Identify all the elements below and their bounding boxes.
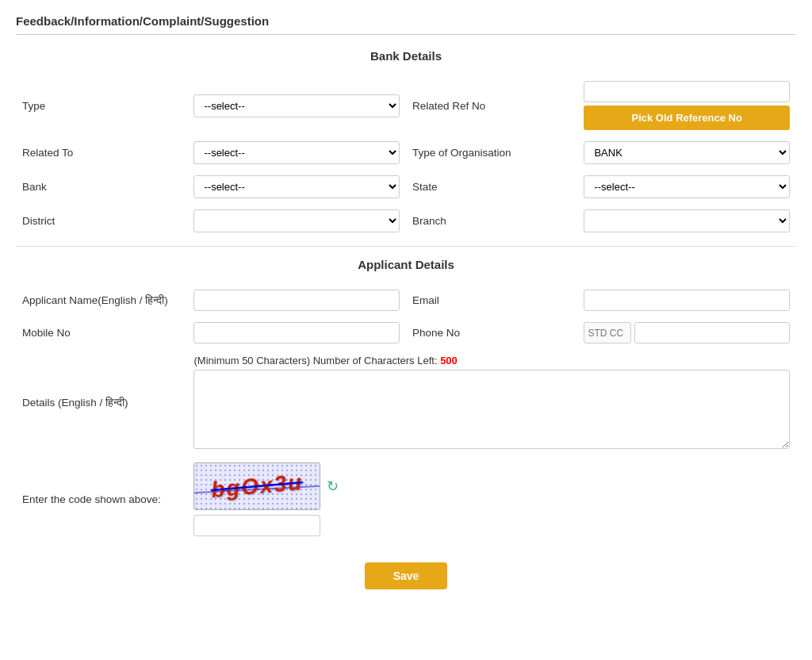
bank-details-table: Type --select-- Related Ref No Pick Old … — [16, 75, 796, 238]
type-org-cell: BANK — [577, 136, 796, 170]
bank-select[interactable]: --select-- — [193, 175, 400, 198]
related-to-cell: --select-- — [187, 136, 406, 170]
email-label: Email — [406, 284, 577, 317]
applicant-details-header: Applicant Details — [16, 251, 796, 278]
pick-old-ref-button[interactable]: Pick Old Reference No — [584, 106, 790, 130]
type-select[interactable]: --select-- — [193, 94, 400, 117]
branch-select[interactable] — [584, 209, 790, 232]
district-label: District — [16, 204, 187, 238]
applicant-details-section: Applicant Details Applicant Name(English… — [16, 251, 796, 542]
captcha-label: Enter the code shown above: — [16, 457, 187, 542]
related-ref-cell: Pick Old Reference No — [577, 75, 796, 136]
phone-cell — [577, 317, 796, 349]
captcha-row: Enter the code shown above: bgOx3u ↻ — [16, 457, 796, 542]
applicant-name-label: Applicant Name(English / हिन्दी) — [16, 284, 187, 317]
std-input[interactable] — [584, 322, 631, 343]
type-org-select[interactable]: BANK — [584, 141, 790, 164]
table-row: Applicant Name(English / हिन्दी) Email — [16, 284, 796, 317]
type-label: Type — [16, 75, 187, 136]
email-input[interactable] — [584, 290, 790, 311]
captcha-input[interactable] — [193, 515, 320, 536]
mobile-cell — [187, 317, 406, 349]
save-row: Save — [16, 550, 796, 602]
related-ref-group: Pick Old Reference No — [584, 81, 790, 130]
captcha-image: bgOx3u — [193, 462, 320, 510]
state-select[interactable]: --select-- — [584, 175, 790, 198]
type-org-label: Type of Organisation — [406, 136, 577, 170]
table-row: Bank --select-- State --select-- — [16, 170, 796, 204]
table-row: Related To --select-- Type of Organisati… — [16, 136, 796, 170]
state-cell: --select-- — [577, 170, 796, 204]
table-row: District Branch — [16, 204, 796, 238]
applicant-name-cell — [187, 284, 406, 317]
district-cell — [187, 204, 406, 238]
bank-label: Bank — [16, 170, 187, 204]
applicant-details-table: Applicant Name(English / हिन्दी) Email M… — [16, 284, 796, 542]
related-to-select[interactable]: --select-- — [193, 141, 400, 164]
phone-group — [584, 322, 790, 343]
captcha-wrap: bgOx3u ↻ — [193, 462, 790, 510]
details-label: Details (English / हिन्दी) — [16, 349, 187, 457]
table-row: Mobile No Phone No — [16, 317, 796, 349]
related-ref-label: Related Ref No — [406, 75, 577, 136]
district-select[interactable] — [193, 209, 400, 232]
branch-label: Branch — [406, 204, 577, 238]
mobile-input[interactable] — [193, 322, 400, 343]
applicant-name-input[interactable] — [193, 290, 400, 311]
refresh-captcha-icon[interactable]: ↻ — [327, 478, 339, 495]
chars-prefix: (Minimum 50 Characters) Number of Charac… — [193, 355, 440, 366]
mobile-label: Mobile No — [16, 317, 187, 349]
related-to-label: Related To — [16, 136, 187, 170]
table-row: Details (English / हिन्दी) (Minimum 50 C… — [16, 349, 796, 457]
phone-number-input[interactable] — [634, 322, 790, 343]
details-cell: (Minimum 50 Characters) Number of Charac… — [187, 349, 796, 457]
phone-label: Phone No — [406, 317, 577, 349]
section-divider — [16, 246, 796, 247]
details-textarea[interactable] — [193, 370, 790, 449]
related-ref-input[interactable] — [584, 81, 790, 102]
captcha-cell: bgOx3u ↻ — [187, 457, 796, 542]
page-title: Feedback/Information/Complaint/Suggestio… — [16, 8, 796, 35]
chars-info: (Minimum 50 Characters) Number of Charac… — [193, 355, 790, 366]
chars-count: 500 — [440, 355, 458, 366]
table-row: Type --select-- Related Ref No Pick Old … — [16, 75, 796, 136]
type-input-cell: --select-- — [187, 75, 406, 136]
bank-details-header: Bank Details — [16, 43, 796, 69]
save-button[interactable]: Save — [365, 562, 448, 589]
state-label: State — [406, 170, 577, 204]
email-cell — [577, 284, 796, 317]
bank-cell: --select-- — [187, 170, 406, 204]
bank-details-section: Bank Details Type --select-- Related Ref… — [16, 43, 796, 238]
branch-cell — [577, 204, 796, 238]
